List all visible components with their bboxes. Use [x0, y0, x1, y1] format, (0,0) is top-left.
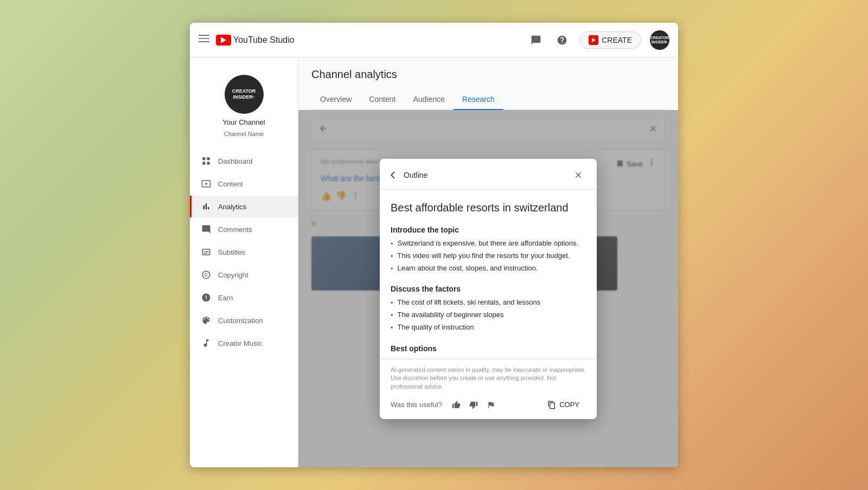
outline-item-1-3: • Learn about the cost, slopes, and inst…: [391, 263, 586, 274]
outline-text-1-2: This video will help you find the resort…: [398, 251, 570, 261]
sidebar-item-customization[interactable]: Customization: [190, 310, 298, 331]
section-title-1: Introduce the topic: [391, 225, 586, 234]
bullet-2-1: •: [391, 298, 393, 308]
modal-header: Outline: [380, 159, 597, 190]
analytics-header: Channel analytics Overview Content Audie…: [298, 57, 678, 110]
studio-text: YouTube Studio: [233, 35, 295, 45]
outline-item-1-2: • This video will help you find the reso…: [391, 251, 586, 261]
subtitles-icon: [201, 247, 212, 257]
create-label: CREATE: [602, 36, 632, 44]
svg-rect-1: [199, 38, 209, 39]
tab-content[interactable]: Content: [360, 89, 404, 110]
feedback-flag-button[interactable]: [483, 397, 499, 412]
sidebar-item-analytics[interactable]: Analytics: [190, 196, 298, 217]
channel-info: CREATORINSIDER• Your Channel Channel Nam…: [190, 66, 298, 146]
sidebar-item-creator-music[interactable]: Creator Music: [190, 332, 298, 354]
outline-text-2-1: The cost of lift tickets, ski rentals, a…: [398, 298, 541, 307]
outline-item-2-3: • The quality of instruction: [391, 323, 586, 333]
sidebar-label-earn: Earn: [218, 294, 233, 302]
sidebar-item-comments[interactable]: Comments: [190, 218, 298, 240]
sidebar-label-subtitles: Subtitles: [218, 248, 245, 256]
outline-section-2: Discuss the factors • The cost of lift t…: [391, 285, 586, 333]
sidebar-nav: Dashboard Content Analytics: [190, 146, 298, 358]
outline-section-1: Introduce the topic • Switzerland is exp…: [391, 225, 586, 274]
outline-text-2-3: The quality of instruction: [398, 323, 474, 332]
sidebar-item-earn[interactable]: Earn: [190, 287, 298, 308]
modal-back-label: Outline: [404, 171, 427, 179]
yt-studio-logo: YouTube Studio: [216, 35, 295, 46]
svg-rect-4: [207, 157, 210, 160]
copy-label: COPY: [559, 401, 579, 409]
sidebar-label-creator-music: Creator Music: [218, 339, 262, 347]
feedback-thumbs-up-button[interactable]: [449, 397, 464, 412]
header: YouTube Studio CREATE CREATORINSIDER•: [190, 23, 678, 57]
copy-button[interactable]: COPY: [541, 397, 586, 412]
sidebar-label-comments: Comments: [218, 225, 252, 234]
send-feedback-icon[interactable]: [527, 31, 545, 49]
feedback-label: Was this useful?: [391, 401, 442, 409]
outline-text-2-2: The availability of beginner slopes: [398, 310, 504, 320]
youtube-icon: [216, 35, 231, 46]
sidebar-label-content: Content: [218, 180, 243, 188]
feedback-left: Was this useful?: [391, 397, 499, 412]
create-button[interactable]: CREATE: [579, 31, 641, 49]
sidebar-item-subtitles[interactable]: Subtitles: [190, 241, 298, 263]
tab-audience[interactable]: Audience: [404, 89, 453, 110]
sidebar: CREATORINSIDER• Your Channel Channel Nam…: [190, 57, 298, 467]
section-title-3: Best options: [391, 344, 586, 353]
svg-rect-5: [202, 162, 205, 165]
sidebar-label-copyright: Copyright: [218, 271, 248, 279]
content-area: Channel analytics Overview Content Audie…: [298, 57, 678, 467]
copyright-icon: [201, 269, 212, 280]
create-icon: [589, 35, 598, 45]
svg-rect-2: [199, 41, 209, 42]
tab-research[interactable]: Research: [454, 89, 503, 110]
earn-icon: [201, 292, 212, 303]
channel-name: Your Channel: [222, 118, 265, 126]
avatar-text: CREATORINSIDER•: [650, 36, 669, 44]
sidebar-item-content[interactable]: Content: [190, 173, 298, 195]
menu-icon[interactable]: [199, 33, 209, 47]
channel-avatar[interactable]: CREATORINSIDER•: [225, 75, 264, 114]
section-title-2: Discuss the factors: [391, 285, 586, 293]
header-left: YouTube Studio: [199, 33, 295, 47]
outline-text-1-3: Learn about the cost, slopes, and instru…: [398, 263, 538, 273]
content-icon: [201, 178, 212, 189]
analytics-icon: [201, 201, 212, 212]
svg-rect-0: [199, 35, 209, 36]
dashboard-icon: [201, 156, 212, 166]
sidebar-label-dashboard: Dashboard: [218, 157, 253, 165]
main-area: CREATORINSIDER• Your Channel Channel Nam…: [190, 57, 678, 467]
analytics-title: Channel analytics: [311, 68, 665, 81]
bullet-2-2: •: [391, 311, 393, 320]
sidebar-item-dashboard[interactable]: Dashboard: [190, 150, 298, 172]
app-window: YouTube Studio CREATE CREATORINSIDER•: [190, 23, 678, 467]
channel-handle: Channel Name: [224, 131, 264, 137]
creator-music-icon: [201, 338, 212, 349]
bullet-2-3: •: [391, 323, 393, 333]
outline-item-1-1: • Switzerland is expensive, but there ar…: [391, 238, 586, 249]
bullet-1-1: •: [391, 239, 393, 249]
channel-avatar-text: CREATORINSIDER•: [232, 88, 256, 101]
content-body: Not professional advice Save: [298, 110, 678, 467]
sidebar-label-analytics: Analytics: [218, 203, 246, 211]
modal-back-button[interactable]: Outline: [391, 171, 427, 179]
tab-overview[interactable]: Overview: [311, 89, 360, 110]
bullet-1-2: •: [391, 252, 393, 261]
tabs-container: Overview Content Audience Research: [311, 89, 665, 110]
outline-item-2-2: • The availability of beginner slopes: [391, 310, 586, 320]
modal-overlay: Outline Best affordable resorts in switz…: [298, 110, 678, 467]
svg-rect-3: [202, 157, 205, 160]
outline-item-2-1: • The cost of lift tickets, ski rentals,…: [391, 298, 586, 308]
help-icon[interactable]: [553, 31, 571, 49]
modal-footer: AI-generated content varies in quality, …: [380, 358, 597, 418]
svg-rect-6: [207, 162, 210, 165]
sidebar-label-customization: Customization: [218, 317, 263, 325]
feedback-row: Was this useful?: [391, 397, 586, 412]
sidebar-item-copyright[interactable]: Copyright: [190, 264, 298, 286]
user-avatar[interactable]: CREATORINSIDER•: [650, 30, 669, 50]
modal-title: Best affordable resorts in switzerland: [391, 201, 586, 215]
ai-disclaimer: AI-generated content varies in quality, …: [391, 365, 586, 390]
feedback-thumbs-down-button[interactable]: [466, 397, 481, 412]
modal-close-button[interactable]: [571, 167, 586, 183]
